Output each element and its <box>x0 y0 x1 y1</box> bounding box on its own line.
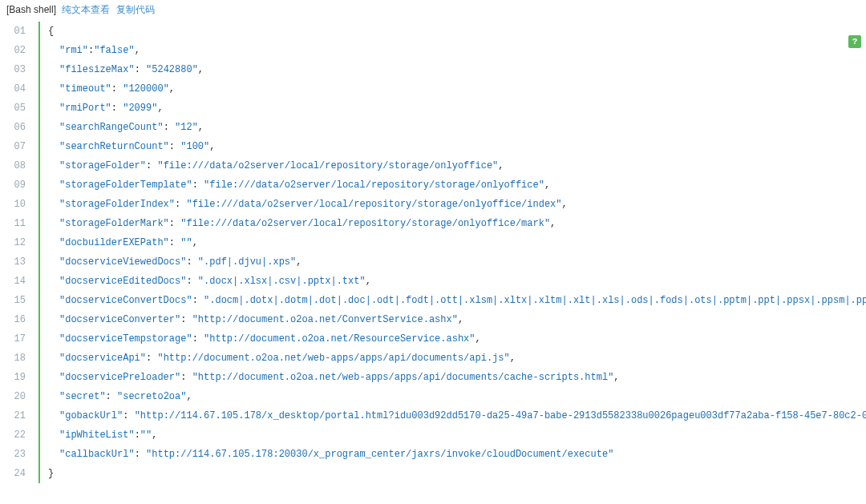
line-number: 18 <box>2 349 34 368</box>
code-line: "gobackUrl": "http://114.67.105.178/x_de… <box>40 406 866 425</box>
line-number: 17 <box>2 329 34 349</box>
line-number: 01 <box>2 22 34 41</box>
code-line: "docbuilderEXEPath": "", <box>40 233 866 252</box>
code-line: "docserviceConverter": "http://document.… <box>40 310 866 329</box>
code-line: "storageFolderTemplate": "file:///data/o… <box>40 175 866 195</box>
toolbar: [Bash shell] 纯文本查看 复制代码 <box>0 0 866 22</box>
plain-text-link[interactable]: 纯文本查看 <box>62 4 110 15</box>
line-number: 23 <box>2 445 34 464</box>
line-number: 14 <box>2 272 34 291</box>
line-number: 10 <box>2 195 34 214</box>
code-line: "ipWhiteList":"", <box>40 425 866 445</box>
line-number: 16 <box>2 310 34 329</box>
code-line: "storageFolderIndex": "file:///data/o2se… <box>40 195 866 214</box>
line-number: 07 <box>2 137 34 156</box>
line-number: 04 <box>2 79 34 99</box>
language-label: [Bash shell] <box>6 4 56 15</box>
code-line: "rmiPort": "2099", <box>40 99 866 118</box>
code-line: "docserviceViewedDocs": ".pdf|.djvu|.xps… <box>40 252 866 272</box>
code-line: "callbackUrl": "http://114.67.105.178:20… <box>40 445 866 464</box>
line-number: 13 <box>2 252 34 272</box>
code-line: "storageFolder": "file:///data/o2server/… <box>40 156 866 175</box>
line-number: 06 <box>2 118 34 137</box>
code-line: } <box>40 464 866 483</box>
code-line: "searchRangeCount": "12", <box>40 118 866 137</box>
code-snippet-container: [Bash shell] 纯文本查看 复制代码 ? 01020304050607… <box>0 0 866 483</box>
code-lines: {"rmi":"false","filesizeMax": "5242880",… <box>40 22 866 483</box>
line-number-gutter: 0102030405060708091011121314151617181920… <box>2 22 34 483</box>
line-number: 12 <box>2 233 34 252</box>
line-number: 11 <box>2 214 34 233</box>
line-number: 03 <box>2 60 34 79</box>
code-line: "docservicePreloader": "http://document.… <box>40 368 866 387</box>
code-line: "rmi":"false", <box>40 41 866 60</box>
line-number: 20 <box>2 387 34 406</box>
code-line: "docserviceApi": "http://document.o2oa.n… <box>40 349 866 368</box>
line-number: 15 <box>2 291 34 310</box>
line-number: 19 <box>2 368 34 387</box>
code-line: "storageFolderMark": "file:///data/o2ser… <box>40 214 866 233</box>
copy-code-link[interactable]: 复制代码 <box>116 4 155 15</box>
line-number: 02 <box>2 41 34 60</box>
code-line: "secret": "secreto2oa", <box>40 387 866 406</box>
code-line: { <box>40 22 866 41</box>
line-number: 24 <box>2 464 34 483</box>
code-line: "filesizeMax": "5242880", <box>40 60 866 79</box>
code-line: "searchReturnCount": "100", <box>40 137 866 156</box>
line-number: 22 <box>2 425 34 445</box>
line-number: 21 <box>2 406 34 425</box>
line-number: 09 <box>2 175 34 195</box>
code-line: "timeout": "120000", <box>40 79 866 99</box>
line-number: 05 <box>2 99 34 118</box>
code-block: 0102030405060708091011121314151617181920… <box>38 22 866 483</box>
line-number: 08 <box>2 156 34 175</box>
code-line: "docserviceTempstorage": "http://documen… <box>40 329 866 349</box>
code-line: "docserviceConvertDocs": ".docm|.dotx|.d… <box>40 291 866 310</box>
code-line: "docserviceEditedDocs": ".docx|.xlsx|.cs… <box>40 272 866 291</box>
